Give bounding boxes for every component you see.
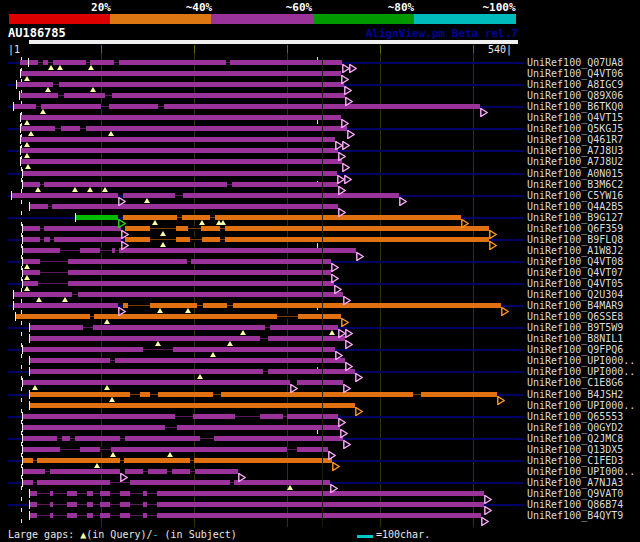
alignment-row[interactable]: UniRef100_B4MAR9 xyxy=(0,300,640,311)
subject-label[interactable]: UniRef100_C5YW16 xyxy=(527,190,623,201)
subject-label[interactable]: UniRef100_UPI000.. xyxy=(527,366,635,377)
subject-label[interactable]: UniRef100_Q4VT15 xyxy=(527,112,623,123)
subject-label[interactable]: UniRef100_Q2U304 xyxy=(527,289,623,300)
alignment-row[interactable]: UniRef100_Q89X06 xyxy=(0,90,640,101)
alignment-row[interactable]: UniRef100_A7NJA3 xyxy=(0,477,640,488)
alignment-row[interactable]: UniRef100_A7J8U3 xyxy=(0,145,640,156)
alignment-row[interactable]: UniRef100_Q6F359 xyxy=(0,223,640,234)
alignment-row[interactable]: UniRef100_A1W8J2 xyxy=(0,245,640,256)
alignment-start-tick xyxy=(22,180,23,189)
subject-label[interactable]: UniRef100_Q461R7 xyxy=(527,134,623,145)
subject-label[interactable]: UniRef100_C1E8G6 xyxy=(527,377,623,388)
subject-label[interactable]: UniRef100_Q6F359 xyxy=(527,223,623,234)
legend: Large gaps: ▲(in Query)/- (in Subject) =… xyxy=(0,528,640,542)
query-gap-triangle-icon xyxy=(28,131,34,136)
alignment-row[interactable]: UniRef100_Q4VT15 xyxy=(0,112,640,123)
alignment-row[interactable]: UniRef100_Q4VT06 xyxy=(0,68,640,79)
subject-label[interactable]: UniRef100_A1W8J2 xyxy=(527,245,623,256)
alignment-row[interactable]: UniRef100_Q2JMC8 xyxy=(0,433,640,444)
alignment-row[interactable]: UniRef100_C1E8G6 xyxy=(0,377,640,388)
subject-label[interactable]: UniRef100_Q07UA8 xyxy=(527,57,623,68)
subject-label[interactable]: UniRef100_Q5KGJ5 xyxy=(527,123,623,134)
alignment-row[interactable]: UniRef100_Q5KGJ5 xyxy=(0,123,640,134)
subject-label[interactable]: UniRef100_Q4A2B5 xyxy=(527,201,623,212)
subject-label[interactable]: UniRef100_C1FED3 xyxy=(527,455,623,466)
subject-label[interactable]: UniRef100_UPI000.. xyxy=(527,355,635,366)
subject-label[interactable]: UniRef100_B4JSH2 xyxy=(527,389,623,400)
subject-label[interactable]: UniRef100_A7J8U3 xyxy=(527,145,623,156)
subject-label[interactable]: UniRef100_Q9FPQ6 xyxy=(527,344,623,355)
alignment-bar xyxy=(29,358,345,363)
query-gap-triangle-icon xyxy=(35,187,41,192)
subject-label[interactable]: UniRef100_Q4VT06 xyxy=(527,68,623,79)
alignment-row[interactable]: UniRef100_Q13DX5 xyxy=(0,444,640,455)
alignment-row[interactable]: UniRef100_Q4A2B5 xyxy=(0,201,640,212)
subject-label[interactable]: UniRef100_Q13DX5 xyxy=(527,444,623,455)
subject-label[interactable]: UniRef100_Q9VAT0 xyxy=(527,488,623,499)
subject-label[interactable]: UniRef100_A8IGC9 xyxy=(527,79,623,90)
subject-label[interactable]: UniRef100_A7NJA3 xyxy=(527,477,623,488)
alignment-row[interactable]: UniRef100_C5YW16 xyxy=(0,190,640,201)
alignment-row[interactable]: UniRef100_Q9VAT0 xyxy=(0,488,640,499)
alignment-bar xyxy=(29,336,345,341)
alignment-bar xyxy=(22,270,331,275)
subject-label[interactable]: UniRef100_Q4VT08 xyxy=(527,256,623,267)
subject-label[interactable]: UniRef100_Q86B74 xyxy=(527,499,623,510)
alignment-row[interactable]: UniRef100_B9FLQ8 xyxy=(0,234,640,245)
query-gap-triangle-icon xyxy=(210,352,216,357)
alignment-row[interactable]: UniRef100_B4QYT9 xyxy=(0,510,640,521)
alignment-row[interactable]: UniRef100_Q65553 xyxy=(0,411,640,422)
subject-label[interactable]: UniRef100_B4MAR9 xyxy=(527,300,623,311)
subject-label[interactable]: UniRef100_Q65553 xyxy=(527,411,623,422)
subject-label[interactable]: UniRef100_B3M6C2 xyxy=(527,179,623,190)
subject-label[interactable]: UniRef100_A0N015 xyxy=(527,168,623,179)
alignment-row[interactable]: UniRef100_Q9FPQ6 xyxy=(0,344,640,355)
subject-label[interactable]: UniRef100_UPI000.. xyxy=(527,466,635,477)
subject-label[interactable]: UniRef100_Q4VT05 xyxy=(527,278,623,289)
subject-label[interactable]: UniRef100_Q0GYD2 xyxy=(527,422,623,433)
alignment-row[interactable]: UniRef100_UPI000.. xyxy=(0,366,640,377)
subject-gap xyxy=(37,491,50,496)
arrowhead-icon xyxy=(343,290,351,309)
subject-label[interactable]: UniRef100_B4QYT9 xyxy=(527,510,623,521)
alignment-row[interactable]: UniRef100_A7J8U2 xyxy=(0,156,640,167)
alignment-row[interactable]: UniRef100_UPI000.. xyxy=(0,400,640,411)
alignment-start-tick xyxy=(20,124,21,133)
alignment-row[interactable]: UniRef100_B3M6C2 xyxy=(0,179,640,190)
alignment-row[interactable]: UniRef100_C1FED3 xyxy=(0,455,640,466)
alignment-row[interactable]: UniRef100_B4JSH2 xyxy=(0,389,640,400)
alignment-row[interactable]: UniRef100_B9T5W9 xyxy=(0,322,640,333)
alignment-row[interactable]: UniRef100_Q86B74 xyxy=(0,499,640,510)
subject-label[interactable]: UniRef100_B8NIL1 xyxy=(527,333,623,344)
subject-label[interactable]: UniRef100_Q2JMC8 xyxy=(527,433,623,444)
alignment-row[interactable]: UniRef100_A8IGC9 xyxy=(0,79,640,90)
subject-label[interactable]: UniRef100_B9T5W9 xyxy=(527,322,623,333)
alignment-row[interactable]: UniRef100_Q2U304 xyxy=(0,289,640,300)
subject-gap xyxy=(150,392,158,397)
alignment-row[interactable]: UniRef100_B9G127 xyxy=(0,212,640,223)
alignment-row[interactable]: UniRef100_Q461R7 xyxy=(0,134,640,145)
alignment-row[interactable]: UniRef100_B8NIL1 xyxy=(0,333,640,344)
subject-label[interactable]: UniRef100_Q6SSE8 xyxy=(527,311,623,322)
alignment-row[interactable]: UniRef100_Q6SSE8 xyxy=(0,311,640,322)
subject-label[interactable]: UniRef100_B9FLQ8 xyxy=(527,234,623,245)
subject-gap xyxy=(33,480,37,485)
subject-label[interactable]: UniRef100_A7J8U2 xyxy=(527,156,623,167)
alignment-row[interactable]: UniRef100_Q4VT05 xyxy=(0,278,640,289)
alignment-row[interactable]: UniRef100_Q4VT08 xyxy=(0,256,640,267)
alignment-row[interactable]: UniRef100_UPI000.. xyxy=(0,355,640,366)
alignment-row[interactable]: UniRef100_Q07UA8 xyxy=(0,57,640,68)
subject-label[interactable]: UniRef100_B6TKQ0 xyxy=(527,101,623,112)
subject-gap xyxy=(120,436,125,441)
alignment-row[interactable]: UniRef100_A0N015 xyxy=(0,168,640,179)
query-gap-triangle-icon xyxy=(62,297,68,302)
subject-gap xyxy=(80,126,86,131)
subject-label[interactable]: UniRef100_Q89X06 xyxy=(527,90,623,101)
alignment-row[interactable]: UniRef100_Q4VT07 xyxy=(0,267,640,278)
subject-label[interactable]: UniRef100_B9G127 xyxy=(527,212,623,223)
subject-label[interactable]: UniRef100_Q4VT07 xyxy=(527,267,623,278)
alignment-bar xyxy=(22,226,121,231)
alignment-row[interactable]: UniRef100_B6TKQ0 xyxy=(0,101,640,112)
subject-label[interactable]: UniRef100_UPI000.. xyxy=(527,400,635,411)
alignment-row[interactable]: UniRef100_Q0GYD2 xyxy=(0,422,640,433)
